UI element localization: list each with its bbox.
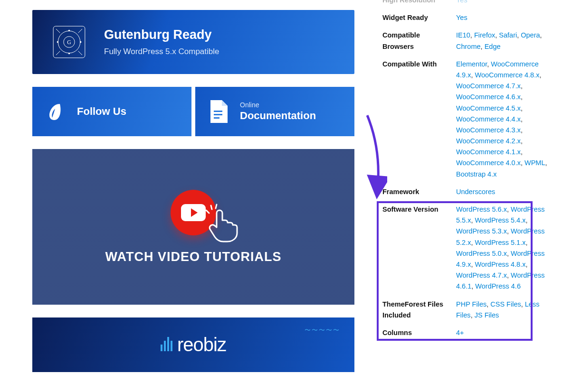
reobiz-logo: reobiz [161,334,226,355]
spec-value: Underscores [451,183,553,201]
spec-label: High Resolution [378,0,451,9]
spec-link[interactable]: Chrome [456,43,481,50]
video-tutorials-banner[interactable]: WATCH VIDEO TUTORIALS [32,149,354,305]
spec-link[interactable]: Firefox [474,31,495,39]
specs-column: High ResolutionYesWidget ReadyYesCompati… [378,0,553,342]
svg-point-4 [57,41,58,43]
spec-link[interactable]: WordPress 5.3.x [456,227,507,235]
cards-row: Follow Us Online Documentation [32,87,354,136]
gutenburg-banner[interactable]: G Gutenburg Ready Fully WordPress 5.x Co… [32,10,354,74]
spec-link[interactable]: Yes [456,0,467,4]
documentation-card[interactable]: Online Documentation [195,87,354,136]
gutenburg-title: Gutenburg Ready [104,28,219,42]
spec-label: ThemeForest Files Included [378,296,451,324]
spec-value: IE10, Firefox, Safari, Opera, Chrome, Ed… [451,27,553,55]
play-button-wrap [171,190,216,235]
follow-text: Follow Us [77,105,126,118]
spec-link[interactable]: WooCommerce 4.7.x [456,82,521,90]
spec-link[interactable]: WooCommerce 4.2.x [456,137,521,145]
spec-value: Yes [451,9,553,27]
video-title: WATCH VIDEO TUTORIALS [105,250,282,264]
spec-label: Compatible Browsers [378,27,451,55]
spec-value: WordPress 5.6.x, WordPress 5.5.x, WordPr… [451,201,553,296]
spec-row: Widget ReadyYes [378,9,553,27]
spec-row: Compatible BrowsersIE10, Firefox, Safari… [378,27,553,55]
svg-rect-10 [214,117,219,119]
wave-decoration: 〜〜〜〜〜 [305,326,340,335]
svg-text:G: G [67,39,71,46]
envato-leaf-icon [44,100,67,123]
spec-link[interactable]: WordPress 4.7.x [456,271,507,279]
cursor-hand-icon [203,204,244,244]
spec-link[interactable]: WordPress 5.1.x [475,239,526,246]
spec-link[interactable]: CSS Files [490,300,521,308]
spec-link[interactable]: JS Files [475,311,499,319]
spec-label: Widget Ready [378,9,451,27]
spec-label: Columns [378,324,451,342]
spec-value: 4+ [451,324,553,342]
docs-big: Documentation [240,110,316,121]
spec-link[interactable]: WooCommerce 4.1.x [456,148,521,156]
spec-label: Compatible With [378,56,451,183]
svg-rect-9 [214,114,222,115]
follow-label: Follow Us [77,105,126,117]
gutenburg-text: Gutenburg Ready Fully WordPress 5.x Comp… [104,28,219,56]
svg-rect-8 [214,111,222,112]
spec-link[interactable]: WordPress 5.6.x [456,205,507,213]
docs-small: Online [240,101,316,109]
spec-link[interactable]: WooCommerce 4.6.x [456,93,521,101]
specs-table: High ResolutionYesWidget ReadyYesCompati… [378,0,553,342]
follow-us-card[interactable]: Follow Us [32,87,191,136]
spec-link[interactable]: WooCommerce 4.0.x [456,159,521,167]
spec-value: PHP Files, CSS Files, Less Files, JS Fil… [451,296,553,324]
spec-link[interactable]: WooCommerce 4.8.x [475,71,540,79]
spec-link[interactable]: WordPress 4.6 [475,282,521,290]
spec-link[interactable]: Bootstrap 4.x [456,170,496,178]
svg-point-5 [80,41,81,43]
spec-link[interactable]: Edge [485,43,501,50]
spec-row: Compatible WithElementor, WooCommerce 4.… [378,56,553,183]
spec-link[interactable]: Opera [521,31,540,39]
spec-link[interactable]: Elementor [456,60,487,68]
spec-value: Yes [451,0,553,9]
gutenburg-icon: G [51,24,87,60]
youtube-icon [181,204,206,221]
promo-column: G Gutenburg Ready Fully WordPress 5.x Co… [32,10,354,372]
spec-value: Elementor, WooCommerce 4.9.x, WooCommerc… [451,56,553,183]
spec-link[interactable]: WordPress 4.8.x [475,261,526,268]
bars-icon [161,337,172,351]
spec-link[interactable]: WooCommerce 4.3.x [456,126,521,134]
spec-link[interactable]: WordPress 5.4.x [475,216,526,224]
docs-text: Online Documentation [240,101,316,122]
spec-link[interactable]: WooCommerce 4.4.x [456,115,521,123]
spec-link[interactable]: IE10 [456,31,470,39]
spec-row: FrameworkUnderscores [378,183,553,201]
spec-row: Software VersionWordPress 5.6.x, WordPre… [378,201,553,296]
spec-link[interactable]: Safari [499,31,517,39]
reobiz-banner[interactable]: 〜〜〜〜〜 reobiz [32,317,354,372]
svg-point-6 [68,30,70,31]
spec-link[interactable]: WooCommerce 4.5.x [456,104,521,112]
spec-row: ThemeForest Files IncludedPHP Files, CSS… [378,296,553,324]
spec-link[interactable]: PHP Files [456,300,486,308]
spec-link[interactable]: 4+ [456,329,464,336]
gutenburg-subtitle: Fully WordPress 5.x Compatible [104,47,219,56]
svg-point-7 [68,53,70,54]
spec-row: Columns4+ [378,324,553,342]
reobiz-name: reobiz [177,334,226,355]
spec-label: Software Version [378,201,451,296]
spec-row: High ResolutionYes [378,0,553,9]
spec-link[interactable]: Yes [456,14,467,21]
spec-link[interactable]: Underscores [456,188,495,196]
spec-label: Framework [378,183,451,201]
spec-link[interactable]: WordPress 5.0.x [456,250,507,257]
spec-link[interactable]: WPML [524,159,545,167]
document-icon [207,100,229,123]
